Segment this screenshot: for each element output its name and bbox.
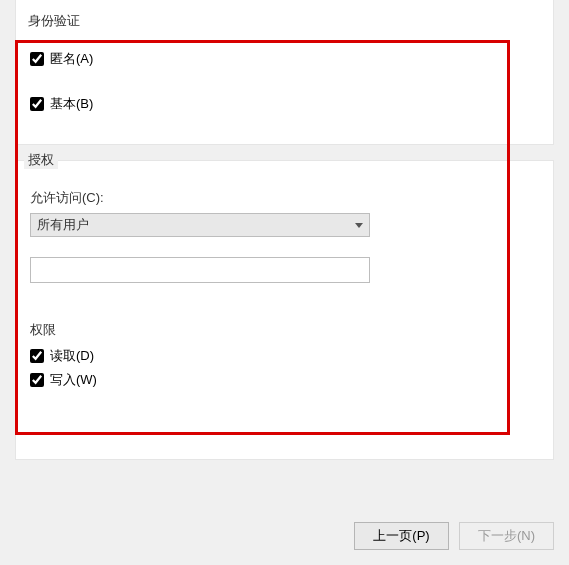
next-button: 下一步(N) xyxy=(459,522,554,550)
authorization-group: 授权 允许访问(C): 所有用户 权限 读取(D) 写入(W) xyxy=(15,160,554,460)
read-label: 读取(D) xyxy=(50,347,94,365)
prev-button[interactable]: 上一页(P) xyxy=(354,522,449,550)
read-row: 读取(D) xyxy=(30,347,94,365)
anonymous-label: 匿名(A) xyxy=(50,50,93,68)
write-label: 写入(W) xyxy=(50,371,97,389)
permissions-legend: 权限 xyxy=(30,321,56,339)
anonymous-checkbox[interactable] xyxy=(30,52,44,66)
anonymous-row: 匿名(A) xyxy=(30,50,93,68)
allow-access-selected: 所有用户 xyxy=(37,216,89,234)
basic-row: 基本(B) xyxy=(30,95,93,113)
authorization-legend: 授权 xyxy=(24,151,58,169)
write-row: 写入(W) xyxy=(30,371,97,389)
authentication-legend: 身份验证 xyxy=(24,12,84,30)
read-checkbox[interactable] xyxy=(30,349,44,363)
allow-access-dropdown[interactable]: 所有用户 xyxy=(30,213,370,237)
allow-access-label: 允许访问(C): xyxy=(30,189,104,207)
specific-users-input[interactable] xyxy=(30,257,370,283)
basic-checkbox[interactable] xyxy=(30,97,44,111)
write-checkbox[interactable] xyxy=(30,373,44,387)
authentication-group: 身份验证 匿名(A) 基本(B) xyxy=(15,0,554,145)
wizard-buttons: 上一页(P) 下一步(N) xyxy=(354,522,554,550)
basic-label: 基本(B) xyxy=(50,95,93,113)
chevron-down-icon xyxy=(355,223,363,228)
